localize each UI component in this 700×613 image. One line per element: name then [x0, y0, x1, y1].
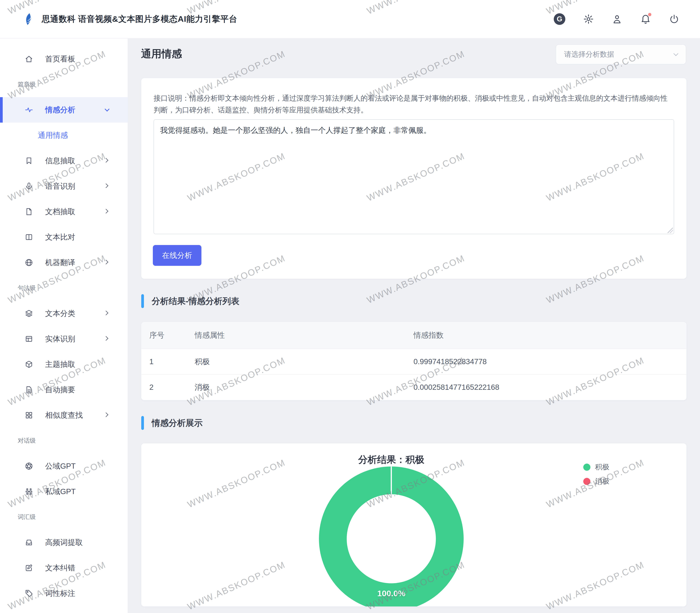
- chevron-right-icon: [104, 311, 108, 315]
- sidebar-item-document-extraction[interactable]: 文档抽取: [0, 199, 128, 224]
- legend-item-positive[interactable]: 积极: [583, 460, 609, 474]
- sidebar-item-machine-translation[interactable]: 机器翻译: [0, 250, 128, 275]
- chevron-right-icon: [104, 158, 108, 162]
- legend-label: 积极: [595, 462, 609, 472]
- sidebar-item-label: 主题抽取: [45, 359, 75, 369]
- sidebar-item-text-correction[interactable]: 文本纠错: [0, 555, 128, 581]
- sidebar-item-information-extraction[interactable]: 信息抽取: [0, 148, 128, 173]
- chevron-right-icon: [104, 260, 108, 264]
- table-row: 1 积极 0.9997418522834778: [141, 349, 687, 374]
- cell-score: 0.0002581477165222168: [413, 383, 687, 392]
- globe-icon: [25, 258, 33, 267]
- online-analyze-button[interactable]: 在线分析: [153, 245, 201, 266]
- sidebar-item-entity-recognition[interactable]: 实体识别: [0, 326, 128, 352]
- inbox-icon: [25, 538, 33, 547]
- donut-chart: 100.0%: [319, 467, 464, 607]
- sidebar-item-label: 相似度查找: [45, 410, 83, 420]
- sidebar-item-private-gpt[interactable]: 私域GPT: [0, 479, 128, 504]
- sidebar-item-text-classification[interactable]: 文本分类: [0, 301, 128, 326]
- sidebar-item-label: 私域GPT: [45, 486, 76, 497]
- table-header-score: 情感指数: [413, 330, 687, 340]
- main-content: 通用情感 请选择分析数据 接口说明：情感分析即文本倾向性分析，通过深度学习算法判…: [128, 39, 700, 613]
- select-placeholder: 请选择分析数据: [564, 50, 614, 59]
- sidebar-item-auto-summary[interactable]: 自动摘要: [0, 377, 128, 403]
- chevron-down-icon: [105, 107, 110, 112]
- display-section-title: 情感分析展示: [152, 417, 203, 429]
- table-header-attribute: 情感属性: [195, 330, 413, 340]
- table-row: 2 消极 0.0002581477165222168: [141, 374, 687, 400]
- analysis-data-select[interactable]: 请选择分析数据: [556, 44, 686, 64]
- legend-item-negative[interactable]: 消极: [583, 474, 609, 488]
- brand: 思通数科 语音视频&文本图片多模态AI能力引擎平台: [23, 13, 237, 25]
- sidebar-item-label: 实体识别: [45, 334, 75, 344]
- cell-attribute: 积极: [195, 356, 413, 367]
- sidebar-section-article-level: 篇章级: [0, 72, 128, 97]
- table-header-index: 序号: [141, 330, 195, 340]
- document-icon: [25, 207, 33, 216]
- app-title: 思通数科 语音视频&文本图片多模态AI能力引擎平台: [42, 13, 237, 25]
- donut-slice-divider: [391, 467, 392, 495]
- sidebar-item-label: 文本纠错: [45, 563, 75, 573]
- sidebar-subitem-label: 通用情感: [38, 130, 68, 141]
- legend-dot-negative: [583, 478, 590, 485]
- section-accent-bar: [141, 416, 144, 430]
- sentiment-table: 序号 情感属性 情感指数 1 积极 0.9997418522834778 2 消…: [141, 322, 687, 400]
- display-section-header: 情感分析展示: [141, 416, 203, 430]
- table-header-row: 序号 情感属性 情感指数: [141, 322, 687, 349]
- sidebar-item-public-gpt[interactable]: 公域GPT: [0, 453, 128, 479]
- input-card: 接口说明：情感分析即文本倾向性分析，通过深度学习算法判断人的看法或评论是属于对事…: [141, 78, 687, 279]
- g-badge-icon[interactable]: G: [554, 13, 565, 25]
- edit-icon: [25, 564, 33, 572]
- sidebar-item-text-comparison[interactable]: 文本比对: [0, 224, 128, 250]
- cell-index: 1: [141, 357, 195, 366]
- api-description: 接口说明：情感分析即文本倾向性分析，通过深度学习算法判断人的看法或评论是属于对事…: [141, 78, 687, 116]
- sidebar-section-vocabulary-level: 词汇级: [0, 504, 128, 530]
- settings-icon[interactable]: [583, 14, 594, 25]
- tag-icon: [25, 589, 33, 598]
- sidebar-item-home-dashboard[interactable]: 首页看板: [0, 46, 128, 72]
- legend-dot-positive: [583, 464, 590, 471]
- sidebar-item-pos-tagging[interactable]: 词性标注: [0, 581, 128, 606]
- sidebar-item-label: 高频词提取: [45, 537, 83, 548]
- nodes-icon: [25, 487, 33, 496]
- app-header: 思通数科 语音视频&文本图片多模态AI能力引擎平台 G: [0, 0, 700, 39]
- sidebar-item-similarity-search[interactable]: 相似度查找: [0, 403, 128, 428]
- header-icons: G: [554, 13, 679, 25]
- sidebar-item-high-frequency-words[interactable]: 高频词提取: [0, 530, 128, 555]
- sentiment-text-input[interactable]: 我觉得挺感动。她是一个那么坚强的人，独自一个人撑起了整个家庭，非常佩服。: [154, 119, 674, 234]
- file-text-icon: [25, 386, 33, 394]
- notification-dot: [648, 13, 651, 16]
- chevron-down-icon: [673, 51, 678, 56]
- columns-icon: [25, 233, 33, 242]
- microphone-icon: [25, 182, 33, 191]
- section-accent-bar: [141, 294, 144, 308]
- bookmark-icon: [25, 157, 33, 165]
- sentiment-chart-card: 分析结果：积极 100.0% 积极 消极: [141, 443, 687, 607]
- sidebar-item-label: 信息抽取: [45, 156, 75, 166]
- sidebar-item-sentiment-analysis[interactable]: 情感分析: [0, 97, 128, 122]
- sidebar-item-label: 公域GPT: [45, 461, 76, 471]
- cell-attribute: 消极: [195, 382, 413, 392]
- home-icon: [25, 55, 33, 63]
- layers-icon: [25, 309, 33, 318]
- chart-legend: 积极 消极: [583, 460, 609, 488]
- donut-percentage-label: 100.0%: [319, 589, 464, 598]
- logo-leaf-icon: [23, 13, 35, 25]
- sidebar-item-label: 文档抽取: [45, 207, 75, 217]
- aperture-icon: [25, 462, 33, 470]
- chevron-right-icon: [104, 336, 108, 341]
- package-icon: [25, 360, 33, 368]
- user-icon[interactable]: [612, 14, 622, 25]
- sidebar-section-dialogue-level: 对话级: [0, 428, 128, 453]
- donut-hole: [347, 494, 436, 583]
- sidebar-item-label: 语音识别: [45, 181, 75, 192]
- sidebar-subitem-general-sentiment[interactable]: 通用情感: [0, 122, 128, 148]
- sidebar-item-topic-extraction[interactable]: 主题抽取: [0, 352, 128, 377]
- textarea-resize-handle[interactable]: [667, 228, 673, 233]
- sidebar-item-speech-recognition[interactable]: 语音识别: [0, 173, 128, 199]
- sidebar-section-syntax-level: 句法级: [0, 275, 128, 301]
- notifications-icon[interactable]: [640, 14, 651, 25]
- chevron-right-icon: [104, 412, 108, 417]
- power-icon[interactable]: [669, 14, 679, 25]
- sidebar-item-label: 词性标注: [45, 588, 75, 599]
